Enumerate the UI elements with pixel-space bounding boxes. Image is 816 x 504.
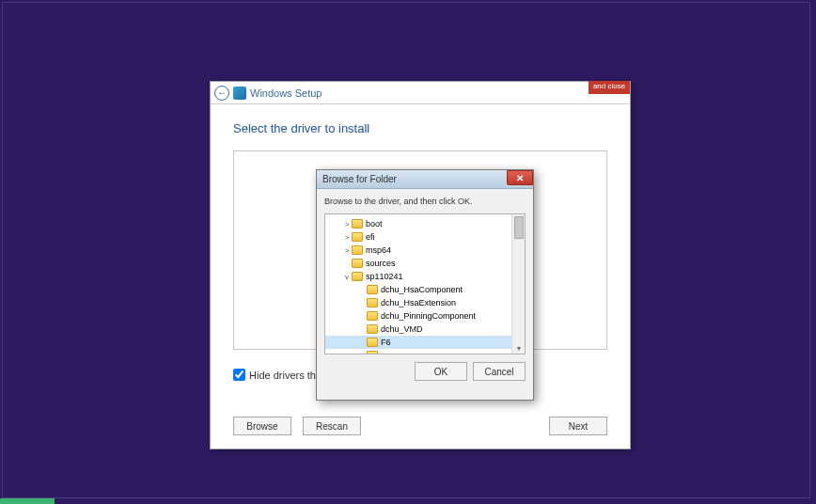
tree-item[interactable]: dchu_PinningComponent (325, 309, 525, 323)
scroll-down-icon[interactable]: ▾ (512, 342, 526, 354)
folder-icon (367, 351, 378, 354)
tree-item[interactable]: sources (325, 257, 525, 270)
expander-icon[interactable]: > (342, 233, 352, 242)
folder-icon (352, 232, 363, 242)
browse-body: Browse to the driver, and then click OK.… (317, 189, 533, 388)
close-button[interactable]: ✕ (507, 170, 533, 185)
tree-item-label: msp64 (366, 245, 391, 255)
folder-icon (367, 311, 378, 321)
folder-icon (352, 272, 363, 281)
folder-icon (367, 285, 378, 294)
tree-item[interactable]: >efi (325, 230, 525, 244)
scroll-thumb[interactable] (514, 216, 524, 239)
browse-titlebar: Browse for Folder ✕ (317, 170, 533, 189)
folder-icon (352, 259, 363, 268)
folder-icon (367, 338, 378, 347)
tree-item-label: sources (366, 259, 396, 268)
expander-icon[interactable]: v (342, 273, 352, 281)
folder-icon (367, 298, 378, 307)
rescan-button[interactable]: Rescan (303, 417, 361, 435)
next-button[interactable]: Next (549, 417, 607, 435)
tree-item[interactable]: vsp110241 (325, 270, 525, 283)
cancel-button[interactable]: Cancel (473, 362, 526, 381)
tree-item-label: boot (366, 219, 383, 228)
browse-folder-dialog: Browse for Folder ✕ Browse to the driver… (316, 169, 534, 401)
taskbar-stub (0, 498, 55, 504)
close-icon: ✕ (516, 173, 524, 183)
tree-item[interactable]: >boot (325, 217, 525, 230)
folder-tree[interactable]: ▴ ▾ >boot>efi>msp64sourcesvsp110241dchu_… (324, 213, 526, 354)
spacer (372, 417, 538, 435)
browse-title: Browse for Folder (322, 174, 397, 184)
tree-item[interactable]: dchu_HsaComponent (325, 283, 525, 296)
tree-item-label: dchu_HsaComponent (381, 285, 463, 294)
ok-button[interactable]: OK (415, 362, 467, 381)
browse-button-row: OK Cancel (324, 362, 526, 381)
tree-item[interactable]: dchu_VMD (325, 323, 525, 336)
tree-scrollbar[interactable]: ▴ ▾ (511, 214, 525, 354)
back-button[interactable]: ← (214, 86, 229, 101)
setup-app-icon (233, 87, 246, 100)
arrow-left-icon: ← (217, 87, 227, 98)
tree-item[interactable]: >msp64 (325, 244, 525, 257)
folder-icon (352, 219, 363, 228)
tree-item-label: F6 (381, 338, 391, 347)
hide-drivers-checkbox[interactable] (233, 369, 245, 381)
tree-item-label: sp110241 (366, 272, 403, 281)
tree-item-label: efi (366, 232, 375, 242)
setup-button-row: Browse Rescan Next (233, 417, 607, 435)
tree-item[interactable]: F6 (325, 336, 525, 349)
tree-item-label: uwp (381, 351, 397, 354)
expander-icon[interactable]: > (342, 220, 352, 228)
browse-button[interactable]: Browse (233, 417, 291, 435)
folder-icon (352, 245, 363, 255)
page-heading: Select the driver to install (233, 121, 607, 135)
expander-icon[interactable]: > (342, 246, 352, 255)
browse-instruction: Browse to the driver, and then click OK. (324, 197, 526, 206)
folder-icon (367, 324, 378, 334)
tree-item-label: dchu_VMD (381, 324, 423, 334)
tree-item-label: dchu_PinningComponent (381, 311, 476, 321)
setup-titlebar: ← Windows Setup and close (211, 82, 630, 104)
setup-title: Windows Setup (250, 87, 322, 99)
tree-item[interactable]: uwp (325, 349, 525, 354)
tree-item[interactable]: dchu_HsaExtension (325, 296, 525, 309)
close-badge[interactable]: and close (588, 81, 630, 94)
tree-item-label: dchu_HsaExtension (381, 298, 456, 307)
